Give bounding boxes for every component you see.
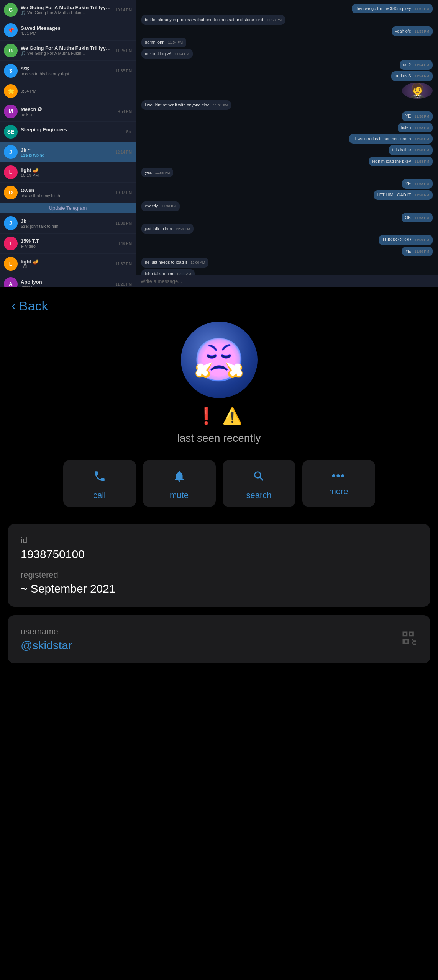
chat-info: Apollyon what? [21, 279, 112, 287]
chat-time: Sat [126, 130, 132, 134]
status-emoji-2: ⚠️ [222, 407, 242, 425]
mute-icon [173, 470, 186, 486]
tg-message: OK 11:58 PM [402, 213, 433, 222]
qr-code-icon[interactable] [400, 629, 417, 650]
chat-item[interactable]: L light 🪔 LOL 11:37 PM [0, 254, 136, 274]
update-bar[interactable]: Update Telegram [0, 203, 136, 213]
chat-info: We Going For A Mutha Fukin Trilllyyy NIG… [21, 45, 112, 56]
chat-preview: $$$ is typing [21, 153, 112, 157]
username-row: username @skidstar [21, 627, 417, 652]
chat-info: Saved Messages 4:31 PM [21, 25, 132, 36]
profile-avatar[interactable]: 😤 [181, 322, 258, 398]
chat-info: Sleeping Engineers ... [21, 127, 123, 137]
chat-item[interactable]: G We Going For A Mutha Fukin Trilllyyy N… [0, 41, 136, 61]
info-card-username: username @skidstar [8, 615, 430, 663]
username-value[interactable]: @skidstar [21, 639, 72, 652]
back-button[interactable]: ‹ Back [8, 287, 430, 322]
chat-avatar: G [4, 3, 18, 17]
chat-item[interactable]: 1 15% T,T ▶ Video 8:49 PM [0, 234, 136, 254]
chat-preview: 🎵 We Going For A Mutha Fukin... [21, 10, 112, 15]
registered-value: ~ September 2021 [21, 582, 417, 595]
chat-info: Jk ~ $$$ is typing [21, 147, 112, 157]
username-label: username [21, 627, 72, 637]
id-row: id 1938750100 [21, 536, 417, 561]
tg-message: then we go for the $40m pkey 11:51 PM [352, 4, 433, 13]
tg-message: YE 11:59 PM [402, 247, 433, 256]
chat-item[interactable]: L light 🪔 10:19 PM [0, 162, 136, 183]
call-icon [93, 470, 106, 486]
tg-input-bar: Write a message... [136, 275, 438, 287]
search-button[interactable]: search [223, 460, 295, 507]
tg-message: let him load the pkey 11:58 PM [369, 157, 433, 166]
chat-preview: ▶ Video [21, 244, 115, 249]
chat-item[interactable]: O Owen chase that sexy bitch 10:07 PM [0, 183, 136, 203]
tg-message: YE 11:58 PM [402, 179, 433, 188]
tg-message: our first big w! 11:54 PM [141, 49, 193, 59]
mute-label: mute [170, 490, 189, 500]
username-content: username @skidstar [21, 627, 72, 652]
chat-time: 9:54 PM [118, 109, 132, 114]
info-card-id: id 1938750100 registered ~ September 202… [8, 524, 430, 607]
chat-preview: ... [21, 132, 123, 137]
tg-messages: then we go for the $40m pkey 11:51 PM bu… [136, 0, 438, 275]
chat-item[interactable]: 📌 Saved Messages 4:31 PM [0, 20, 136, 41]
tg-message: damn john 11:54 PM [141, 38, 186, 47]
chat-info: We Going For A Mutha Fukin Trilllyyy NIG… [21, 5, 112, 15]
chat-info: Owen chase that sexy bitch [21, 188, 112, 198]
chat-avatar: 🌟 [4, 84, 18, 98]
chat-name: Meech ✪ [21, 106, 115, 112]
chat-info: Jk ~ $$$: john talk to him [21, 218, 112, 229]
chat-info: light 🪔 10:19 PM [21, 167, 132, 178]
chat-avatar: M [4, 105, 18, 118]
search-label: search [246, 490, 271, 500]
chat-item[interactable]: J Jk ~ $$$: john talk to him 11:38 PM [0, 213, 136, 234]
chat-avatar: SE [4, 125, 18, 139]
chat-preview: 🎵 We Going For A Mutha Fukin... [21, 51, 112, 56]
chat-item[interactable]: M Meech ✪ fuck u 9:54 PM [0, 101, 136, 122]
message-placeholder[interactable]: Write a message... [141, 278, 433, 284]
chat-info: 9:34 PM [21, 89, 132, 93]
tg-message: this is fine 11:58 PM [389, 145, 433, 155]
last-seen-text: last seen recently [8, 432, 430, 444]
mute-button[interactable]: mute [143, 460, 216, 507]
chat-item-active[interactable]: J Jk ~ $$$ is typing 12:14 PM [0, 142, 136, 162]
chat-preview: $$$: john talk to him [21, 224, 112, 229]
tg-message: yea 11:58 PM [141, 168, 173, 177]
chat-time: 8:49 PM [118, 242, 132, 246]
chat-preview: chase that sexy bitch [21, 193, 112, 198]
tg-message: THIS IS GOOD 11:59 PM [379, 235, 433, 245]
back-chevron-icon: ‹ [11, 298, 16, 314]
chat-avatar: L [4, 257, 18, 271]
chat-name: light 🪔 [21, 259, 112, 265]
tg-sidebar: G We Going For A Mutha Fukin Trilllyyy N… [0, 0, 136, 287]
chat-preview: fuck u [21, 112, 115, 117]
chat-item[interactable]: A Apollyon what? 11:26 PM [0, 274, 136, 287]
chat-item[interactable]: 🌟 9:34 PM [0, 81, 136, 101]
search-icon [253, 470, 266, 486]
more-button[interactable]: ••• more [302, 460, 375, 507]
chat-time: 10:14 PM [115, 8, 132, 12]
chat-info: 15% T,T ▶ Video [21, 238, 115, 249]
chat-time: 11:25 PM [115, 49, 132, 53]
chat-name: light 🪔 [21, 167, 132, 173]
chat-preview: what? [21, 285, 112, 287]
chat-item[interactable]: SE Sleeping Engineers ... Sat [0, 122, 136, 142]
tg-chat-area: then we go for the $40m pkey 11:51 PM bu… [136, 0, 438, 287]
tg-message: exactly 11:58 PM [141, 201, 180, 211]
chat-avatar: J [4, 145, 18, 159]
chat-item[interactable]: $ $$$ access to his historty right 11:35… [0, 61, 136, 81]
tg-message: and us 3 11:54 PM [391, 71, 433, 81]
chat-time: 12:14 PM [115, 150, 132, 154]
back-label: Back [19, 299, 48, 314]
profile-avatar-wrapper: 😤 [8, 322, 430, 398]
chat-preview: 9:34 PM [21, 89, 132, 93]
chat-avatar: $ [4, 64, 18, 78]
chat-preview: 10:19 PM [21, 173, 132, 178]
chat-avatar: J [4, 216, 18, 230]
chat-avatar: 📌 [4, 23, 18, 37]
chat-avatar: 1 [4, 237, 18, 250]
chat-item[interactable]: G We Going For A Mutha Fukin Trilllyyy N… [0, 0, 136, 20]
call-button[interactable]: call [63, 460, 136, 507]
chat-preview: access to his historty right [21, 72, 112, 76]
chat-avatar: L [4, 165, 18, 179]
